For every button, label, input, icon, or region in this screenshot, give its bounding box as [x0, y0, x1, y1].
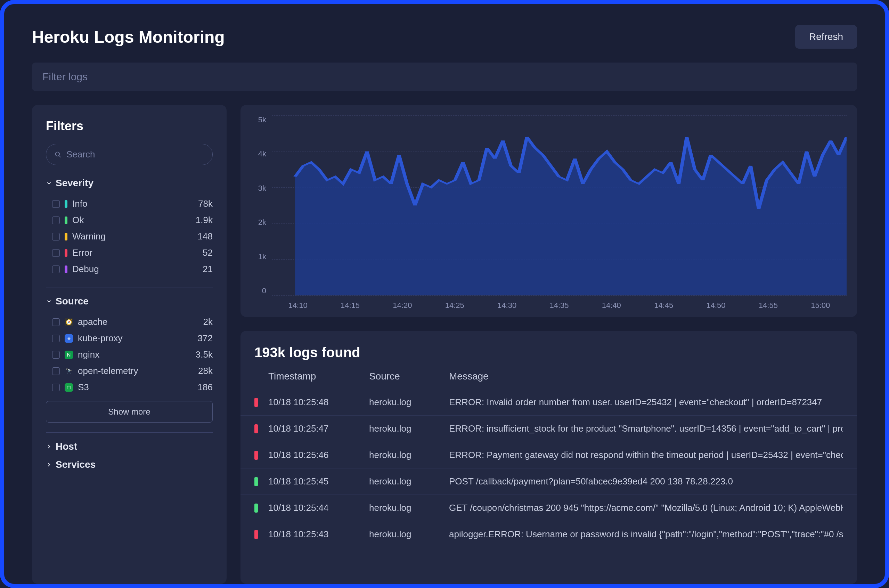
x-tick: 14:25	[445, 301, 464, 310]
x-tick: 14:30	[497, 301, 516, 310]
log-row[interactable]: 10/18 10:25:45heroku.logPOST /callback/p…	[240, 468, 857, 495]
checkbox[interactable]	[52, 334, 60, 342]
x-axis: 14:1014:1514:2014:2514:3014:3514:4014:45…	[251, 296, 847, 310]
checkbox[interactable]	[52, 216, 60, 224]
logs-header: Timestamp Source Message	[240, 371, 857, 389]
chevron-down-icon	[46, 298, 52, 304]
severity-group: Severity Info78kOk1.9kWarning148Error52D…	[46, 178, 213, 278]
filter-label: S3	[78, 382, 198, 393]
y-tick: 5k	[258, 116, 266, 124]
severity-toggle[interactable]: Severity	[46, 178, 213, 189]
log-timestamp: 10/18 10:25:45	[268, 476, 369, 487]
x-tick: 14:45	[654, 301, 673, 310]
source-icon: □	[64, 383, 73, 392]
filter-count: 78k	[198, 198, 213, 209]
filter-count: 21	[202, 264, 213, 274]
divider	[46, 432, 213, 433]
severity-color-icon	[64, 266, 67, 273]
source-item-apache[interactable]: 🧭apache2k	[46, 314, 213, 330]
log-source: heroku.log	[369, 502, 449, 513]
severity-item-debug[interactable]: Debug21	[46, 261, 213, 278]
log-row[interactable]: 10/18 10:25:44heroku.logGET /coupon/chri…	[240, 495, 857, 521]
source-item-kube-proxy[interactable]: ⎈kube-proxy372	[46, 330, 213, 346]
logs-count: 193k logs found	[240, 345, 857, 371]
divider	[46, 287, 213, 287]
x-tick: 14:55	[759, 301, 778, 310]
filter-count: 2k	[203, 316, 213, 327]
host-toggle[interactable]: Host	[46, 441, 213, 452]
filter-label: open-telemetry	[78, 366, 198, 376]
source-icon: N	[64, 351, 73, 359]
filter-label: Error	[72, 248, 202, 258]
filters-heading: Filters	[46, 119, 213, 134]
show-more-button[interactable]: Show more	[46, 401, 213, 423]
severity-color-icon	[64, 216, 67, 224]
chart-plot[interactable]	[272, 116, 847, 296]
log-timestamp: 10/18 10:25:44	[268, 502, 369, 513]
log-row[interactable]: 10/18 10:25:48heroku.logERROR: Invalid o…	[240, 389, 857, 415]
checkbox[interactable]	[52, 368, 60, 375]
log-source: heroku.log	[369, 397, 449, 408]
severity-label: Severity	[55, 178, 93, 189]
y-tick: 0	[262, 286, 266, 296]
checkbox[interactable]	[52, 249, 60, 257]
severity-item-info[interactable]: Info78k	[46, 196, 213, 212]
log-source: heroku.log	[369, 423, 449, 434]
log-row[interactable]: 10/18 10:25:46heroku.logERROR: Payment g…	[240, 442, 857, 468]
refresh-button[interactable]: Refresh	[795, 25, 857, 49]
log-source: heroku.log	[369, 450, 449, 460]
log-source: heroku.log	[369, 529, 449, 540]
host-label: Host	[55, 441, 77, 452]
checkbox[interactable]	[52, 384, 60, 391]
filters-search[interactable]	[46, 144, 213, 165]
chart-panel: 5k4k3k2k1k0 14:1014:1514:2014:2514:3014:…	[240, 105, 857, 317]
filter-count: 372	[198, 333, 213, 344]
source-item-S3[interactable]: □S3186	[46, 379, 213, 396]
y-tick: 1k	[258, 252, 266, 261]
filters-search-input[interactable]	[66, 149, 204, 160]
log-severity-icon	[254, 477, 258, 486]
search-icon	[55, 151, 61, 158]
checkbox[interactable]	[52, 266, 60, 273]
log-source: heroku.log	[369, 476, 449, 487]
log-message: ERROR: insufficient_stock for the produc…	[449, 423, 843, 434]
log-severity-icon	[254, 424, 258, 434]
checkbox[interactable]	[52, 233, 60, 240]
chevron-right-icon	[46, 443, 52, 450]
log-severity-icon	[254, 398, 258, 407]
col-message: Message	[449, 371, 843, 382]
log-message: apilogger.ERROR: Username or password is…	[449, 529, 843, 540]
services-toggle[interactable]: Services	[46, 459, 213, 470]
source-toggle[interactable]: Source	[46, 296, 213, 307]
source-icon: 🧭	[64, 318, 73, 326]
log-row[interactable]: 10/18 10:25:47heroku.logERROR: insuffici…	[240, 415, 857, 442]
source-icon: ⎈	[64, 334, 73, 343]
filters-sidebar: Filters Severity Info78kOk1.9kWarning148…	[32, 105, 226, 584]
chevron-right-icon	[46, 462, 52, 468]
x-tick: 14:15	[340, 301, 360, 310]
log-row[interactable]: 10/18 10:25:43heroku.logapilogger.ERROR:…	[240, 521, 857, 548]
x-tick: 14:20	[393, 301, 412, 310]
filter-label: nginx	[78, 349, 196, 360]
source-label: Source	[55, 296, 88, 307]
log-message: POST /callback/payment?plan=50fabcec9e39…	[449, 476, 843, 487]
log-message: ERROR: Payment gateway did not respond w…	[449, 450, 843, 460]
filter-label: kube-proxy	[78, 333, 198, 344]
log-severity-icon	[254, 504, 258, 513]
log-message: ERROR: Invalid order number from user. u…	[449, 397, 843, 408]
y-tick: 2k	[258, 218, 266, 227]
source-item-open-telemetry[interactable]: 🔭open-telemetry28k	[46, 363, 213, 379]
severity-item-ok[interactable]: Ok1.9k	[46, 212, 213, 228]
services-label: Services	[55, 459, 96, 470]
filter-logs-input[interactable]	[32, 63, 857, 91]
chevron-down-icon	[46, 180, 52, 186]
severity-item-warning[interactable]: Warning148	[46, 228, 213, 244]
checkbox[interactable]	[52, 318, 60, 326]
severity-color-icon	[64, 233, 67, 240]
source-item-nginx[interactable]: Nnginx3.5k	[46, 346, 213, 363]
checkbox[interactable]	[52, 351, 60, 358]
x-tick: 14:40	[602, 301, 621, 310]
severity-color-icon	[64, 200, 67, 208]
checkbox[interactable]	[52, 200, 60, 208]
severity-item-error[interactable]: Error52	[46, 244, 213, 261]
